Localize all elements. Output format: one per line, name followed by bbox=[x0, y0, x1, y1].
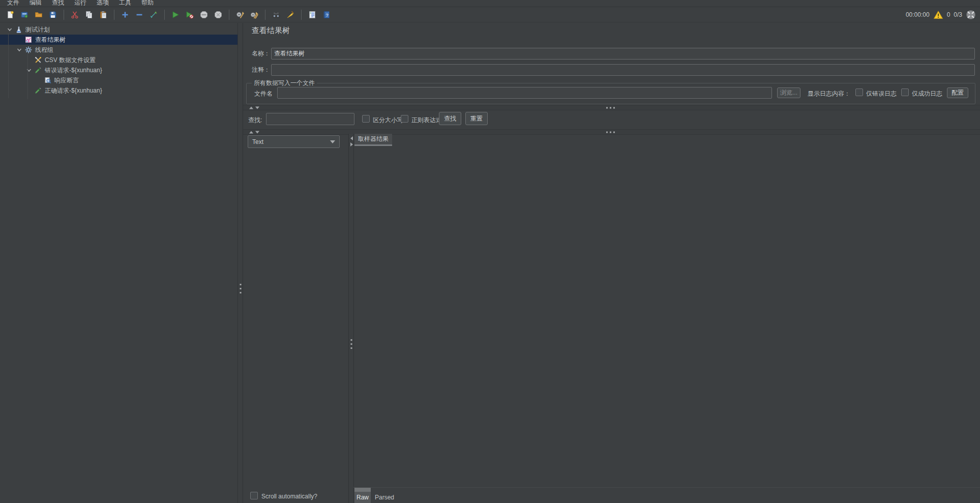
splitter-handle[interactable] bbox=[606, 131, 615, 133]
tab-parsed[interactable]: Parsed bbox=[372, 488, 397, 503]
cut-button[interactable] bbox=[70, 10, 80, 20]
minus-button[interactable] bbox=[134, 10, 144, 20]
collapse-up-icon[interactable] bbox=[249, 131, 253, 133]
splitter-collapse-arrows[interactable] bbox=[249, 106, 259, 109]
splitter-collapse-arrows[interactable] bbox=[349, 136, 353, 146]
configure-button[interactable]: 配置 bbox=[947, 87, 968, 98]
chevron-down-icon[interactable] bbox=[4, 27, 15, 32]
shutdown-button[interactable] bbox=[213, 10, 223, 20]
raw-parsed-tab-bar: Raw Parsed bbox=[353, 487, 980, 503]
clear-icon bbox=[236, 11, 244, 19]
new-file-button[interactable] bbox=[5, 10, 15, 20]
search-button[interactable] bbox=[271, 10, 281, 20]
log-display-label: 显示日志内容： bbox=[808, 90, 850, 98]
collapse-down-icon[interactable] bbox=[255, 131, 259, 133]
search-input[interactable] bbox=[266, 113, 354, 125]
results-viewer: Text Scroll automatically? 取样器结果 bbox=[243, 134, 980, 503]
filename-label: 文件名 bbox=[254, 90, 273, 98]
csv-config-icon bbox=[35, 56, 45, 64]
clear-all-button[interactable] bbox=[249, 10, 259, 20]
success-only-checkbox[interactable] bbox=[901, 88, 909, 96]
open-button[interactable] bbox=[34, 10, 44, 20]
errors-only-checkbox[interactable] bbox=[855, 88, 863, 96]
clear-button[interactable] bbox=[235, 10, 245, 20]
tab-raw[interactable]: Raw bbox=[354, 488, 371, 503]
menu-1[interactable]: 编辑 bbox=[24, 0, 47, 7]
svg-text:?: ? bbox=[325, 12, 328, 17]
toggle-arrows-button[interactable] bbox=[149, 10, 159, 20]
search-icon bbox=[272, 11, 280, 19]
splitter-handle[interactable] bbox=[606, 107, 615, 108]
copy-button[interactable] bbox=[84, 10, 94, 20]
collapse-down-icon[interactable] bbox=[255, 106, 259, 109]
case-sensitive-label: 区分大小写 bbox=[373, 116, 403, 125]
splitter-collapse-arrows[interactable] bbox=[249, 131, 259, 133]
errors-only-label: 仅错误日志 bbox=[866, 90, 897, 98]
filename-input[interactable] bbox=[277, 87, 772, 99]
comment-input[interactable] bbox=[271, 64, 975, 76]
tree-item-label: CSV 数据文件设置 bbox=[45, 56, 96, 65]
open-icon bbox=[35, 11, 43, 19]
regex-checkbox[interactable] bbox=[401, 115, 408, 123]
clear-search-button[interactable] bbox=[285, 10, 295, 20]
name-input[interactable] bbox=[271, 48, 975, 60]
collapse-left-icon[interactable] bbox=[350, 136, 353, 140]
renderer-select[interactable]: Text bbox=[248, 135, 340, 148]
clear-all-icon bbox=[250, 11, 258, 19]
regex-label: 正则表达式 bbox=[411, 116, 442, 125]
start-button[interactable] bbox=[170, 10, 181, 20]
menu-3[interactable]: 运行 bbox=[69, 0, 92, 7]
tree-main-splitter[interactable] bbox=[237, 23, 243, 503]
plus-icon bbox=[121, 11, 129, 19]
function-helper-button[interactable] bbox=[307, 10, 317, 20]
copy-icon bbox=[85, 11, 93, 19]
toolbar-separator bbox=[164, 10, 165, 20]
paste-button[interactable] bbox=[98, 10, 108, 20]
tree-item-error-request[interactable]: 错误请求-${xunhuan} bbox=[0, 65, 237, 75]
splitter-handle[interactable] bbox=[350, 339, 352, 349]
save-button[interactable] bbox=[48, 10, 58, 20]
menu-0[interactable]: 文件 bbox=[2, 0, 24, 7]
chevron-down-icon bbox=[330, 140, 335, 143]
browse-button[interactable]: 浏览... bbox=[777, 87, 800, 98]
success-only-label: 仅成功日志 bbox=[912, 90, 942, 98]
tree-item-label: 错误请求-${xunhuan} bbox=[45, 66, 102, 75]
tree-item-label: 正确请求-${xunhuan} bbox=[45, 86, 102, 95]
find-button[interactable]: 查找 bbox=[439, 112, 461, 125]
name-label: 名称： bbox=[252, 49, 270, 58]
scroll-automatically-checkbox[interactable] bbox=[250, 492, 258, 499]
tree-item-correct-request[interactable]: 正确请求-${xunhuan} bbox=[0, 85, 237, 96]
menu-6[interactable]: 帮助 bbox=[136, 0, 159, 7]
warning-icon[interactable] bbox=[933, 10, 943, 19]
viewer-splitter[interactable] bbox=[348, 134, 354, 503]
plus-button[interactable] bbox=[120, 10, 130, 20]
menu-2[interactable]: 查找 bbox=[47, 0, 69, 7]
tree-item-test-plan[interactable]: 测试计划 bbox=[0, 24, 237, 35]
templates-button[interactable] bbox=[19, 10, 29, 20]
tab-sampler-result[interactable]: 取样器结果 bbox=[354, 134, 392, 146]
stop-button[interactable] bbox=[199, 10, 209, 20]
menu-4[interactable]: 选项 bbox=[92, 0, 114, 7]
menu-5[interactable]: 工具 bbox=[114, 0, 136, 7]
chevron-down-icon[interactable] bbox=[14, 47, 25, 52]
assertion-icon bbox=[44, 77, 54, 84]
case-sensitive-checkbox[interactable] bbox=[362, 115, 370, 123]
splitter-handle[interactable] bbox=[240, 284, 241, 293]
tree-item-thread-group[interactable]: 线程组 bbox=[0, 45, 237, 55]
scroll-automatically-row: Scroll automatically? bbox=[243, 490, 348, 503]
tree-item-response-assert[interactable]: 响应断言 bbox=[0, 75, 237, 85]
help-button[interactable]: ? bbox=[321, 10, 332, 20]
reset-button[interactable]: 重置 bbox=[465, 112, 488, 125]
templates-icon bbox=[20, 11, 28, 19]
collapse-up-icon[interactable] bbox=[249, 106, 253, 109]
start-no-timers-button[interactable] bbox=[185, 10, 195, 20]
tree-item-csv-config[interactable]: CSV 数据文件设置 bbox=[0, 55, 237, 65]
collapse-right-icon[interactable] bbox=[350, 142, 353, 146]
clear-search-icon bbox=[286, 11, 294, 19]
tree-item-results-tree[interactable]: 查看结果树 bbox=[0, 35, 237, 45]
search-splitter[interactable] bbox=[243, 105, 980, 110]
chevron-down-icon[interactable] bbox=[23, 68, 35, 73]
toggle-arrows-icon bbox=[150, 11, 158, 19]
toolbar-separator bbox=[114, 10, 114, 20]
test-plan-tree: 测试计划查看结果树线程组CSV 数据文件设置错误请求-${xunhuan}响应断… bbox=[0, 23, 237, 503]
